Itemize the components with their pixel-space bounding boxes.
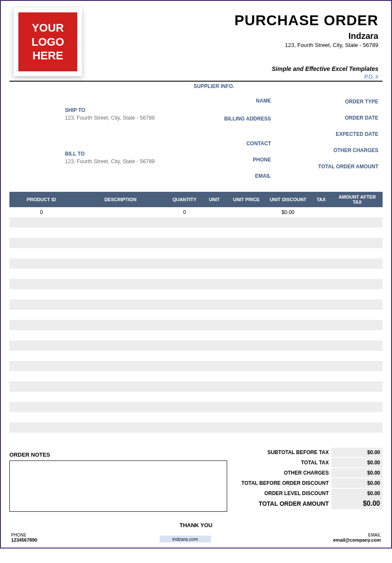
table-cell[interactable] (202, 310, 227, 320)
table-cell[interactable] (266, 340, 310, 351)
table-cell[interactable] (266, 279, 310, 289)
table-cell[interactable] (167, 340, 202, 351)
table-cell[interactable] (332, 402, 383, 412)
table-cell[interactable] (202, 330, 227, 340)
table-cell[interactable] (310, 207, 332, 217)
table-cell[interactable] (73, 340, 167, 351)
table-cell[interactable] (202, 279, 227, 289)
table-cell[interactable] (227, 299, 266, 310)
table-cell[interactable] (332, 422, 383, 433)
table-cell[interactable] (227, 217, 266, 228)
table-cell[interactable] (202, 402, 227, 412)
table-cell[interactable] (227, 412, 266, 422)
table-cell[interactable] (167, 402, 202, 412)
table-cell[interactable] (167, 299, 202, 310)
table-cell[interactable] (310, 238, 332, 248)
table-cell[interactable] (266, 402, 310, 412)
table-cell[interactable] (310, 371, 332, 381)
table-cell[interactable] (73, 402, 167, 412)
table-cell[interactable] (227, 279, 266, 289)
table-cell[interactable] (167, 381, 202, 392)
table-cell[interactable] (9, 330, 73, 340)
table-cell[interactable] (227, 289, 266, 299)
table-cell[interactable] (167, 248, 202, 258)
table-cell[interactable] (167, 361, 202, 371)
table-cell[interactable] (227, 330, 266, 340)
table-cell[interactable] (332, 310, 383, 320)
table-cell[interactable] (202, 412, 227, 422)
table-cell[interactable] (9, 320, 73, 330)
table-cell[interactable] (310, 402, 332, 412)
table-cell[interactable] (332, 351, 383, 361)
table-cell[interactable] (202, 238, 227, 248)
table-cell[interactable] (332, 330, 383, 340)
table-cell[interactable] (167, 279, 202, 289)
table-cell[interactable] (310, 269, 332, 279)
table-cell[interactable] (167, 258, 202, 269)
table-cell[interactable] (73, 299, 167, 310)
table-cell[interactable] (332, 269, 383, 279)
table-cell[interactable] (332, 371, 383, 381)
table-cell[interactable] (73, 361, 167, 371)
table-cell[interactable] (9, 248, 73, 258)
table-cell[interactable]: $0.00 (266, 207, 310, 217)
table-cell[interactable] (167, 217, 202, 228)
table-cell[interactable] (310, 381, 332, 392)
table-cell[interactable] (73, 381, 167, 392)
table-cell[interactable] (310, 422, 332, 433)
table-cell[interactable] (167, 289, 202, 299)
table-cell[interactable] (202, 361, 227, 371)
table-cell[interactable] (227, 402, 266, 412)
table-cell[interactable] (310, 299, 332, 310)
table-cell[interactable] (9, 269, 73, 279)
table-cell[interactable] (202, 381, 227, 392)
table-cell[interactable] (202, 299, 227, 310)
table-cell[interactable] (227, 238, 266, 248)
table-cell[interactable] (266, 269, 310, 279)
table-cell[interactable] (167, 269, 202, 279)
table-cell[interactable] (332, 258, 383, 269)
table-cell[interactable] (73, 228, 167, 238)
table-cell[interactable] (266, 228, 310, 238)
table-cell[interactable] (73, 433, 167, 443)
table-cell[interactable] (73, 248, 167, 258)
table-cell[interactable] (310, 279, 332, 289)
table-cell[interactable] (202, 433, 227, 443)
table-cell[interactable] (9, 279, 73, 289)
table-cell[interactable] (167, 422, 202, 433)
table-cell[interactable] (167, 310, 202, 320)
table-cell[interactable] (227, 340, 266, 351)
table-cell[interactable] (167, 392, 202, 402)
table-cell[interactable] (9, 422, 73, 433)
table-cell[interactable] (167, 371, 202, 381)
table-cell[interactable] (9, 412, 73, 422)
table-cell[interactable] (227, 269, 266, 279)
table-cell[interactable] (9, 351, 73, 361)
table-cell[interactable] (9, 392, 73, 402)
table-cell[interactable] (9, 381, 73, 392)
table-cell[interactable] (73, 279, 167, 289)
table-cell[interactable] (9, 238, 73, 248)
table-cell[interactable] (73, 269, 167, 279)
table-cell[interactable] (73, 412, 167, 422)
table-cell[interactable] (73, 371, 167, 381)
table-cell[interactable] (310, 412, 332, 422)
table-cell[interactable] (310, 248, 332, 258)
table-cell[interactable] (167, 351, 202, 361)
table-cell[interactable] (227, 248, 266, 258)
table-cell[interactable] (310, 361, 332, 371)
table-cell[interactable] (227, 361, 266, 371)
table-cell[interactable] (266, 238, 310, 248)
table-cell[interactable] (332, 340, 383, 351)
table-cell[interactable] (332, 238, 383, 248)
table-cell[interactable] (73, 289, 167, 299)
table-cell[interactable] (227, 422, 266, 433)
table-cell[interactable] (227, 433, 266, 443)
table-cell[interactable] (310, 320, 332, 330)
order-notes-box[interactable] (9, 460, 227, 512)
table-cell[interactable] (310, 310, 332, 320)
table-cell[interactable] (332, 392, 383, 402)
table-cell[interactable] (266, 392, 310, 402)
table-cell[interactable] (266, 258, 310, 269)
table-cell[interactable] (310, 340, 332, 351)
